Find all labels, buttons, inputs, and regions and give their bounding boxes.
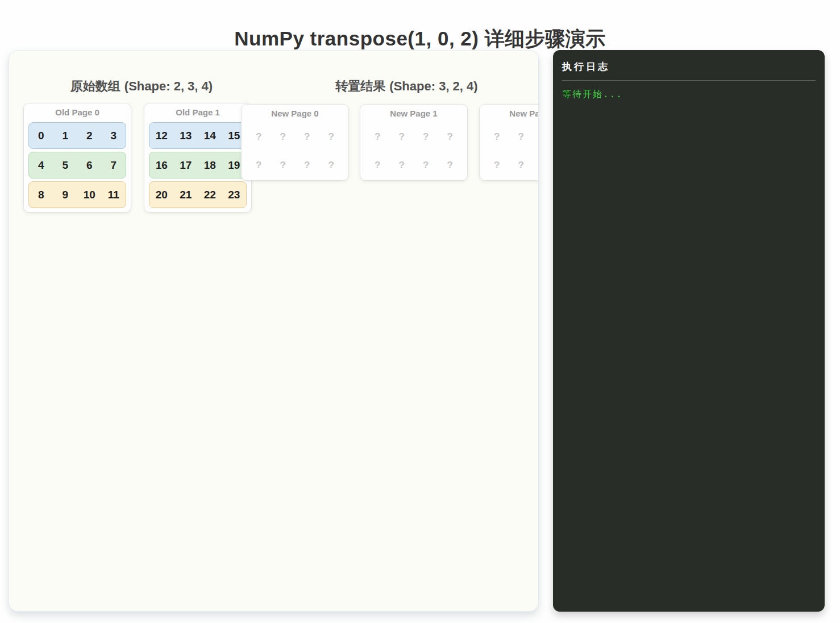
matrix-cell: 11 (102, 189, 126, 201)
placeholder-cell: ? (319, 131, 344, 143)
matrix-cell: 18 (198, 159, 222, 172)
card-title: New Page 1 (365, 108, 463, 119)
placeholder-cell: ? (438, 160, 463, 171)
matrix-cell: 17 (174, 159, 198, 172)
matrix-row: 4 5 6 7 (28, 152, 126, 178)
log-message: 等待开始... (562, 88, 816, 101)
placeholder-cell: ? (509, 131, 534, 143)
matrix-cell: 7 (102, 159, 126, 172)
matrix-cell: 14 (198, 130, 222, 142)
original-array-shape: (Shape: 2, 3, 4) (124, 79, 213, 93)
matrix-row: 0 1 2 3 (28, 122, 126, 149)
matrix-row: 12 13 14 15 (149, 122, 247, 149)
matrix-row: ? ? ? ? (484, 123, 539, 150)
placeholder-cell: ? (509, 160, 534, 171)
card-title: New Page 2 (484, 108, 539, 119)
page-title: NumPy transpose(1, 0, 2) 详细步骤演示 (0, 26, 840, 52)
placeholder-cell: ? (533, 160, 539, 171)
matrix-row: ? ? ? ? (246, 123, 344, 150)
matrix-cell: 12 (149, 130, 174, 142)
placeholder-cell: ? (319, 160, 344, 171)
matrix-cell: 5 (53, 159, 78, 172)
matrix-cell: 16 (149, 159, 174, 172)
result-array-shape: (Shape: 3, 2, 4) (389, 79, 477, 93)
placeholder-cell: ? (414, 131, 438, 143)
matrix-cell: 2 (77, 130, 102, 142)
old-page-1-card: Old Page 1 12 13 14 15 16 17 18 19 20 21… (144, 103, 252, 213)
placeholder-cell: ? (295, 131, 319, 143)
matrix-row: ? ? ? ? (365, 123, 463, 150)
matrix-row: 20 21 22 23 (149, 181, 247, 208)
log-panel-title: 执行日志 (562, 60, 816, 73)
matrix-cell: 6 (77, 159, 102, 172)
placeholder-cell: ? (438, 131, 463, 143)
log-divider (562, 80, 816, 81)
placeholder-cell: ? (390, 160, 414, 171)
original-array-label: 原始数组 (70, 79, 120, 93)
matrix-cell: 1 (53, 130, 78, 142)
old-page-0-card: Old Page 0 0 1 2 3 4 5 6 7 8 9 10 11 (23, 103, 131, 213)
placeholder-cell: ? (247, 160, 271, 171)
placeholder-cell: ? (365, 160, 390, 171)
card-title: Old Page 1 (149, 107, 247, 118)
card-title: Old Page 0 (28, 107, 126, 118)
matrix-cell: 13 (174, 130, 198, 142)
placeholder-cell: ? (533, 131, 539, 143)
matrix-cell: 8 (29, 189, 53, 201)
matrix-cell: 4 (29, 159, 53, 172)
placeholder-cell: ? (390, 131, 414, 143)
matrix-cell: 0 (29, 130, 53, 142)
matrix-cell: 22 (198, 189, 222, 201)
placeholder-cell: ? (295, 160, 319, 171)
placeholder-cell: ? (247, 131, 271, 143)
placeholder-cell: ? (485, 131, 509, 143)
matrix-row: ? ? ? ? (246, 152, 344, 178)
execution-log-panel: 执行日志 等待开始... (553, 50, 825, 612)
matrix-row: 16 17 18 19 (149, 152, 247, 178)
new-page-1-card: New Page 1 ? ? ? ? ? ? ? ? (360, 104, 468, 181)
placeholder-cell: ? (271, 131, 296, 143)
matrix-cell: 21 (174, 189, 198, 201)
original-array-header: 原始数组(Shape: 2, 3, 4) (9, 78, 274, 95)
placeholder-cell: ? (414, 160, 438, 171)
matrix-cell: 23 (222, 189, 247, 201)
arrays-panel: 原始数组(Shape: 2, 3, 4) 转置结果(Shape: 3, 2, 4… (9, 50, 539, 612)
placeholder-cell: ? (365, 131, 390, 143)
matrix-cell: 20 (149, 189, 174, 201)
result-array-label: 转置结果 (335, 79, 385, 93)
matrix-row: ? ? ? ? (365, 152, 463, 178)
result-array-header: 转置结果(Shape: 3, 2, 4) (274, 78, 539, 95)
matrix-cell: 3 (102, 130, 126, 142)
new-page-2-card: New Page 2 ? ? ? ? ? ? ? ? (479, 104, 539, 181)
matrix-row: ? ? ? ? (484, 152, 539, 178)
new-page-0-card: New Page 0 ? ? ? ? ? ? ? ? (241, 104, 349, 181)
placeholder-cell: ? (271, 160, 296, 171)
matrix-row: 8 9 10 11 (28, 181, 126, 208)
matrix-cell: 9 (53, 189, 78, 201)
card-title: New Page 0 (246, 108, 344, 119)
placeholder-cell: ? (485, 160, 509, 171)
matrix-cell: 10 (77, 189, 102, 201)
